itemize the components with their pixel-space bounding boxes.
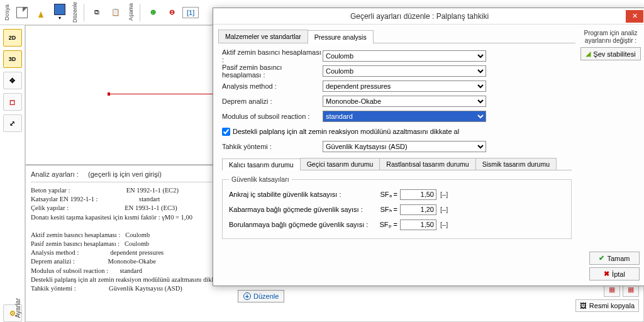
selection-icon: ◻: [9, 98, 15, 106]
slope-icon: ◢: [586, 50, 591, 58]
zoom-fit-button[interactable]: ⤢: [3, 114, 22, 132]
dialog-tabs: Malzemeler ve standartlar Pressure analy…: [218, 30, 575, 43]
safety-factors-legend: Güvenlik katsayıları: [229, 175, 292, 183]
menu-asama-label: Aşama: [128, 3, 134, 21]
subtab-seismic[interactable]: Sismik tasarım durumu: [475, 158, 557, 170]
drawn-line: [108, 94, 214, 94]
active-pressure-label: Aktif zemin basıncı hesaplaması :: [222, 48, 323, 64]
copy-icon: ⧉: [94, 8, 99, 16]
image-icon: ▦: [628, 286, 634, 294]
sf-heave-unit: [–]: [436, 206, 449, 213]
dialog-footer: ✔Tamam ✖İptal: [589, 252, 640, 280]
left-sidebar: 2D 3D ✥ ◻ ⤢ ⚙: [0, 25, 25, 322]
paste-button[interactable]: 📋: [108, 3, 124, 23]
folder-open-icon: [38, 11, 43, 18]
copy-image-icon: 🖼: [580, 302, 587, 309]
sf-heave-label: Kabarmaya bağlı göçmede güvenlik sayısı …: [229, 206, 374, 213]
sf-piping-label: Borulanmaya bağlı göçmede güvenlik sayıs…: [229, 221, 374, 228]
active-pressure-select[interactable]: Coulomb: [323, 50, 486, 62]
close-dialog-button[interactable]: ✕: [626, 10, 643, 23]
canvas-action-icons: ▦ ▦ 🖼 Resmi kopyala: [575, 282, 639, 319]
save-icon: [54, 4, 65, 15]
menu-dosya-label: Dosya: [4, 4, 10, 21]
sf-piping-unit: [–]: [436, 221, 449, 228]
view-2d-button[interactable]: 2D: [3, 29, 22, 47]
panel-side-label: Ayarlar: [14, 298, 21, 318]
sf-anchor-label: Ankraj iç stabilite güvenlik katsayısı :: [229, 191, 374, 198]
ok-button[interactable]: ✔Tamam: [589, 252, 640, 265]
save-file-button[interactable]: ▾: [52, 3, 68, 23]
slope-stability-button[interactable]: ◢ Şev stabilitesi: [580, 47, 641, 60]
edit-button-label: Düzenle: [253, 292, 279, 300]
subtab-permanent[interactable]: Kalıcı tasarım durumu: [222, 158, 301, 170]
tab-materials[interactable]: Malzemeler ve standartlar: [218, 30, 308, 43]
copy-image-button[interactable]: 🖼 Resmi kopyala: [575, 299, 639, 312]
check-icon: ✔: [599, 254, 604, 262]
sf-anchor-symbol: SFₐ =: [374, 191, 400, 199]
sf-anchor-unit: [–]: [436, 191, 449, 198]
cancel-button[interactable]: ✖İptal: [589, 267, 640, 280]
edit-settings-button[interactable]: + Düzenle: [238, 290, 284, 303]
toolbar-divider-2: [140, 4, 140, 21]
verify-method-label: Tahkik yöntemi :: [222, 143, 323, 150]
earthquake-select[interactable]: Mononobe-Okabe: [323, 96, 486, 107]
tab-pressure-analysis[interactable]: Pressure analysis: [308, 30, 374, 43]
panel-header-value: (geçerli iş için veri girişi): [88, 170, 162, 178]
menu-duzenle-label: Düzenle: [72, 2, 78, 23]
close-icon: ✕: [632, 12, 638, 20]
minus-icon: ⊖: [169, 8, 175, 16]
plus-icon: ⊕: [150, 8, 156, 16]
modulus-select[interactable]: standard: [323, 111, 486, 122]
sf-heave-input[interactable]: [400, 204, 436, 215]
stage-tab-1[interactable]: [1]: [182, 7, 199, 18]
reduce-modulus-label: Destekli palplanş için alt zemin reaksiy…: [233, 128, 459, 135]
paste-icon: 📋: [111, 8, 120, 16]
copy-image-label: Resmi kopyala: [589, 302, 635, 309]
passive-pressure-select[interactable]: Coulomb: [323, 65, 486, 77]
reduce-modulus-checkbox[interactable]: [222, 128, 230, 136]
sf-piping-symbol: SFₚ =: [374, 221, 400, 229]
pressure-form: Aktif zemin basıncı hesaplaması : Coulom…: [218, 43, 575, 242]
dialog-right-panel: Program için analiz ayarlarını değiştir …: [580, 30, 641, 280]
analysis-method-label: Analysis method :: [222, 82, 323, 90]
zoom-select-button[interactable]: ◻: [3, 93, 22, 111]
earthquake-label: Deprem analizi :: [222, 97, 323, 105]
fit-icon: ⤢: [9, 119, 15, 128]
change-settings-hint: Program için analiz ayarlarını değiştir …: [580, 30, 641, 45]
sf-heave-symbol: SFₕ =: [374, 206, 400, 214]
safety-factors-fieldset: Güvenlik katsayıları Ankraj iç stabilite…: [222, 175, 572, 239]
open-file-button[interactable]: [33, 3, 49, 23]
modulus-label: Modulus of subsoil reaction :: [222, 113, 323, 120]
toolbar-divider: [84, 4, 84, 21]
passive-pressure-label: Pasif zemin basıncı hesaplaması :: [222, 64, 323, 79]
subtab-transient[interactable]: Geçici tasarım durumu: [300, 158, 380, 170]
sf-piping-input[interactable]: [400, 219, 436, 230]
edit-settings-dialog: Geçerli ayarları düzenle : Palplanş tahk…: [213, 8, 644, 286]
sf-anchor-input[interactable]: [400, 189, 436, 200]
analysis-method-select[interactable]: dependent pressures: [323, 80, 486, 92]
image-icon: ▦: [609, 286, 615, 294]
move-view-button[interactable]: ✥: [3, 72, 22, 89]
move-icon: ✥: [9, 77, 15, 85]
remove-stage-button[interactable]: ⊖: [164, 3, 180, 23]
add-stage-button[interactable]: ⊕: [145, 3, 161, 23]
slope-label: Şev stabilitesi: [593, 50, 635, 58]
panel-header-label: Analiz ayarları :: [31, 170, 79, 178]
dialog-title: Geçerli ayarları düzenle : Palplanş tahk…: [213, 12, 626, 21]
x-icon: ✖: [604, 270, 609, 278]
document-icon: [16, 7, 28, 18]
subtab-accidental[interactable]: Rastlantısal tasarım durumu: [379, 158, 475, 170]
copy-button[interactable]: ⧉: [89, 3, 105, 23]
dialog-titlebar[interactable]: Geçerli ayarları düzenle : Palplanş tahk…: [213, 8, 644, 25]
view-3d-button[interactable]: 3D: [3, 50, 22, 68]
design-situation-tabs: Kalıcı tasarım durumu Geçici tasarım dur…: [222, 158, 572, 170]
plus-circle-icon: +: [243, 292, 251, 300]
verify-method-select[interactable]: Güvenlik Kaytsayısı (ASD): [323, 141, 486, 152]
new-file-button[interactable]: [14, 3, 30, 23]
